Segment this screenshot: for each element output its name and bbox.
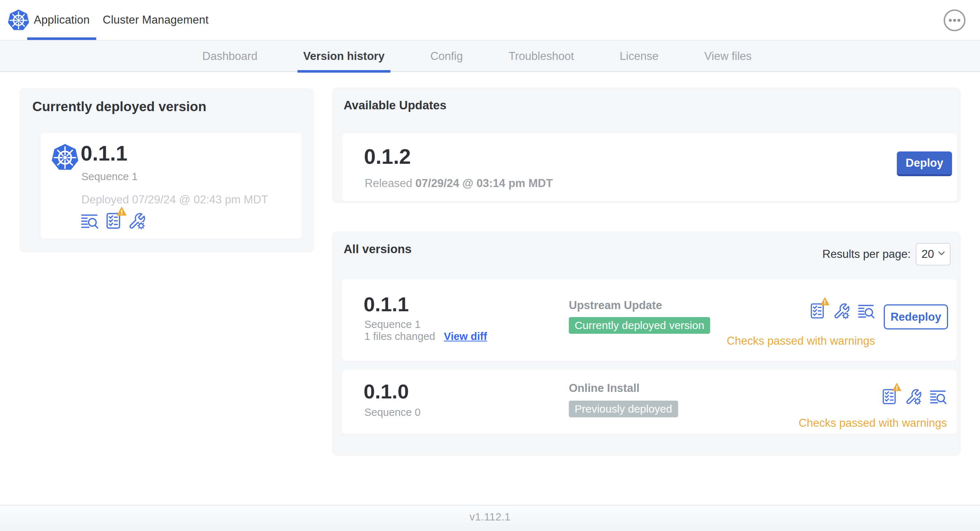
view-diff-link[interactable]: View diff bbox=[444, 331, 487, 342]
redeploy-button[interactable]: Redeploy bbox=[884, 304, 948, 329]
kubernetes-logo-icon bbox=[7, 9, 30, 32]
row-action-icons bbox=[881, 388, 947, 407]
released-date: 07/29/24 @ 03:14 pm MDT bbox=[415, 177, 553, 189]
app-footer: v1.112.1 bbox=[0, 505, 980, 531]
row-version-number: 0.1.1 bbox=[364, 293, 409, 316]
kubernetes-app-icon bbox=[51, 143, 79, 172]
warning-triangle-icon bbox=[820, 297, 831, 307]
more-options-icon[interactable] bbox=[943, 9, 966, 32]
released-prefix: Released bbox=[365, 177, 412, 189]
tab-application-label: Application bbox=[34, 13, 90, 27]
app-subnav: Dashboard Version history Config Trouble… bbox=[0, 41, 980, 72]
preflight-checks-icon[interactable] bbox=[105, 211, 122, 232]
header-tabs: Application Cluster Management bbox=[27, 0, 215, 40]
diff-icon[interactable] bbox=[81, 212, 99, 232]
row-source-label: Upstream Update bbox=[569, 299, 662, 312]
tab-troubleshoot[interactable]: Troubleshoot bbox=[503, 41, 580, 72]
tab-dashboard-label: Dashboard bbox=[202, 50, 258, 63]
currently-deployed-card: Currently deployed version 0.1.1 Sequenc… bbox=[19, 88, 314, 253]
row-files-line: 1 files changed View diff bbox=[364, 331, 487, 342]
row-source-label: Online Install bbox=[569, 382, 640, 395]
currently-deployed-badge: Currently deployed version bbox=[569, 317, 710, 334]
config-icon[interactable] bbox=[833, 302, 850, 321]
subnav-tabs: Dashboard Version history Config Trouble… bbox=[197, 41, 757, 72]
version-row-0-1-0: 0.1.0 Sequence 0 Online Install Previous… bbox=[342, 370, 957, 434]
deployed-timestamp: Deployed 07/29/24 @ 02:43 pm MDT bbox=[81, 193, 268, 206]
update-version-number: 0.1.2 bbox=[364, 144, 411, 169]
deploy-button[interactable]: Deploy bbox=[897, 151, 952, 176]
available-update-row: 0.1.2 Released 07/29/24 @ 03:14 pm MDT D… bbox=[342, 133, 957, 201]
config-icon[interactable] bbox=[128, 212, 146, 232]
tab-dashboard[interactable]: Dashboard bbox=[197, 41, 263, 72]
tab-view-files[interactable]: View files bbox=[698, 41, 757, 72]
tab-license-label: License bbox=[620, 50, 659, 63]
row-sequence: Sequence 1 bbox=[364, 318, 421, 331]
tab-license[interactable]: License bbox=[614, 41, 664, 72]
diff-icon[interactable] bbox=[929, 388, 947, 407]
results-per-page-select[interactable]: 20 bbox=[916, 243, 951, 266]
row-version-number: 0.1.0 bbox=[364, 380, 409, 403]
tab-version-history[interactable]: Version history bbox=[298, 41, 390, 72]
preflight-checks-icon[interactable] bbox=[809, 302, 826, 321]
deployed-version-actions bbox=[81, 211, 146, 232]
tab-version-history-label: Version history bbox=[303, 50, 385, 63]
currently-deployed-version-panel: 0.1.1 Sequence 1 Deployed 07/29/24 @ 02:… bbox=[41, 133, 302, 238]
currently-deployed-title: Currently deployed version bbox=[32, 99, 206, 114]
results-per-page: Results per page: 20 bbox=[822, 243, 951, 266]
available-updates-card: Available Updates 0.1.2 Released 07/29/2… bbox=[332, 87, 961, 203]
diff-icon[interactable] bbox=[858, 302, 875, 321]
available-updates-title: Available Updates bbox=[344, 99, 446, 112]
tab-config-label: Config bbox=[430, 50, 463, 63]
chevron-down-icon bbox=[937, 248, 946, 261]
console-version: v1.112.1 bbox=[0, 511, 980, 523]
tab-cluster-management-label: Cluster Management bbox=[103, 13, 208, 27]
preflight-checks-icon[interactable] bbox=[881, 388, 897, 407]
tab-application[interactable]: Application bbox=[27, 0, 96, 40]
all-versions-title: All versions bbox=[344, 242, 412, 256]
files-changed-label: 1 files changed bbox=[364, 331, 435, 342]
tab-troubleshoot-label: Troubleshoot bbox=[509, 50, 574, 63]
all-versions-card: All versions Results per page: 20 0.1.1 … bbox=[332, 231, 961, 456]
tab-config[interactable]: Config bbox=[425, 41, 469, 72]
results-per-page-label: Results per page: bbox=[822, 248, 911, 261]
deployed-version-number: 0.1.1 bbox=[81, 141, 127, 165]
config-icon[interactable] bbox=[905, 388, 922, 407]
row-action-icons bbox=[809, 302, 875, 321]
row-sequence: Sequence 0 bbox=[364, 406, 421, 418]
deployed-sequence: Sequence 1 bbox=[81, 171, 138, 183]
checks-status[interactable]: Checks passed with warnings bbox=[799, 417, 947, 430]
checks-status[interactable]: Checks passed with warnings bbox=[727, 334, 875, 348]
version-history-page: Application Cluster Management Dashboard… bbox=[0, 0, 980, 531]
warning-triangle-icon bbox=[116, 206, 127, 216]
tab-view-files-label: View files bbox=[704, 50, 751, 63]
app-header: Application Cluster Management bbox=[0, 0, 980, 41]
results-per-page-value: 20 bbox=[921, 248, 934, 261]
warning-triangle-icon bbox=[892, 382, 903, 393]
update-released-line: Released 07/29/24 @ 03:14 pm MDT bbox=[365, 177, 553, 190]
version-row-0-1-1: 0.1.1 Sequence 1 1 files changed View di… bbox=[342, 279, 957, 361]
previously-deployed-badge: Previously deployed bbox=[569, 401, 678, 417]
tab-cluster-management[interactable]: Cluster Management bbox=[96, 0, 215, 40]
